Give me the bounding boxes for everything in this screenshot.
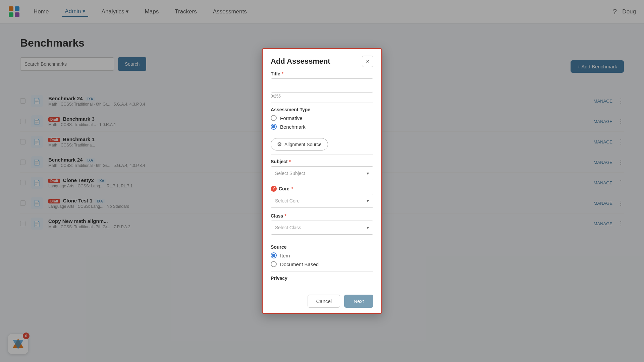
subject-select[interactable]: Select Subject ▾ — [271, 166, 373, 180]
divider-2 — [271, 134, 373, 134]
class-select[interactable]: Select Class ▾ — [271, 221, 373, 235]
class-field-group: Class * Select Class ▾ — [271, 213, 373, 235]
modal-footer: Cancel Next — [263, 289, 381, 313]
assessment-type-label: Assessment Type — [271, 107, 373, 112]
subject-field-group: Subject * Select Subject ▾ — [271, 159, 373, 180]
radio-item-circle — [271, 252, 277, 258]
core-label: ✓ Core * — [271, 186, 373, 192]
gear-icon: ⚙ — [277, 141, 282, 147]
privacy-label: Privacy — [271, 276, 373, 281]
radio-formative-circle — [271, 115, 277, 121]
alignment-source-button[interactable]: ⚙ Alignment Source — [271, 138, 328, 150]
divider-3 — [271, 155, 373, 155]
source-section: Source Item Document Based — [271, 244, 373, 267]
divider-5 — [271, 271, 373, 272]
core-chevron-icon: ▾ — [367, 198, 369, 203]
title-field-group: Title * 0/255 — [271, 71, 373, 99]
radio-benchmark-circle — [271, 124, 277, 130]
modal-body: Title * 0/255 Assessment Type Formative … — [263, 71, 381, 289]
radio-item-source[interactable]: Item — [271, 252, 373, 258]
class-label: Class * — [271, 213, 373, 219]
next-button[interactable]: Next — [344, 295, 373, 308]
subject-label: Subject * — [271, 159, 373, 164]
core-select[interactable]: Select Core ▾ — [271, 194, 373, 208]
class-chevron-icon: ▾ — [367, 225, 369, 230]
modal-close-button[interactable]: × — [362, 56, 373, 67]
assessment-type-radio-group: Formative Benchmark — [271, 115, 373, 130]
core-field-group: ✓ Core * Select Core ▾ — [271, 186, 373, 208]
modal-header: Add Assessment × — [263, 49, 381, 71]
class-required-marker: * — [284, 213, 286, 219]
radio-document-based[interactable]: Document Based — [271, 261, 373, 267]
radio-document-circle — [271, 261, 277, 267]
title-label: Title * — [271, 71, 373, 76]
radio-benchmark[interactable]: Benchmark — [271, 124, 373, 130]
add-assessment-modal: Add Assessment × Title * 0/255 Assessmen… — [262, 48, 382, 314]
privacy-section: Privacy — [271, 276, 373, 281]
core-check-icon: ✓ — [271, 186, 277, 192]
divider-4 — [271, 240, 373, 240]
core-required-marker: * — [291, 186, 293, 191]
radio-formative[interactable]: Formative — [271, 115, 373, 121]
assessment-type-section: Assessment Type Formative Benchmark — [271, 107, 373, 130]
title-input[interactable] — [271, 78, 373, 93]
source-label: Source — [271, 244, 373, 250]
subject-chevron-icon: ▾ — [367, 171, 369, 176]
divider-1 — [271, 103, 373, 103]
source-radio-group: Item Document Based — [271, 252, 373, 267]
char-count: 0/255 — [271, 94, 373, 99]
cancel-button[interactable]: Cancel — [308, 295, 340, 308]
modal-title: Add Assessment — [271, 57, 330, 66]
title-required-marker: * — [282, 71, 283, 76]
subject-required-marker: * — [289, 159, 291, 164]
